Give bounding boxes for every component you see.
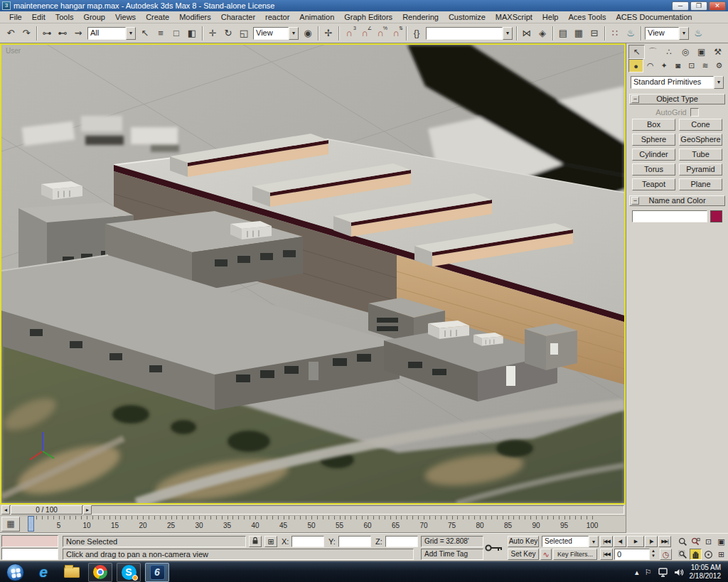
chevron-down-icon[interactable]: ▾ [289,27,299,40]
viewport-user[interactable]: User [0,43,626,505]
select-and-rotate-icon[interactable]: ↻ [220,26,236,41]
chevron-down-icon[interactable]: ▾ [126,27,136,40]
current-frame-field[interactable]: 0 [614,549,650,560]
percent-snap-toggle-icon[interactable]: ∩% [373,26,388,41]
play-button[interactable]: ▶ [627,536,644,547]
category-lights[interactable]: ✦ [658,59,671,72]
key-mode-dropdown[interactable]: Selected ▾ [542,536,599,547]
close-button[interactable]: ✕ [709,1,726,11]
curve-editor-icon[interactable]: ▦ [571,26,587,41]
collapse-icon[interactable]: − [631,95,639,103]
category-systems[interactable]: ⚙ [712,59,726,72]
button-torus[interactable]: Torus [632,163,675,176]
current-frame-indicator[interactable] [28,516,34,532]
select-object-icon[interactable]: ↖ [137,26,153,41]
render-scene-icon[interactable]: ♨ [623,26,638,41]
y-coordinate-field[interactable] [338,536,371,547]
tab-hierarchy[interactable]: ∴ [661,45,678,59]
maxscript-mini-listener-pink[interactable] [1,535,58,547]
tab-motion[interactable]: ◎ [677,45,693,59]
z-coordinate-field[interactable] [385,536,418,547]
named-selection-sets-icon[interactable]: {} [409,26,424,41]
network-icon[interactable] [658,568,668,577]
chevron-down-icon[interactable]: ▾ [589,536,599,547]
menu-character[interactable]: Character [216,12,260,22]
clock[interactable]: 10:05 AM 2/18/2012 [690,564,726,581]
taskbar-skype[interactable]: S [117,563,141,582]
menu-aces-documentation[interactable]: ACES Documentation [611,12,697,22]
menu-maxscript[interactable]: MAXScript [491,12,537,22]
angle-snap-toggle-icon[interactable]: ∩∠ [357,26,373,41]
default-in-out-tangent-button[interactable]: ∿ [540,549,552,560]
select-and-link-icon[interactable]: ⊶ [39,26,55,41]
taskbar-3ds-max[interactable]: 6 [145,563,169,582]
pan-view-button[interactable] [690,549,702,560]
use-pivot-point-center-icon[interactable]: ◉ [300,26,316,41]
maxscript-mini-listener-white[interactable] [1,548,58,560]
button-plane[interactable]: Plane [679,178,722,190]
select-and-manipulate-icon[interactable]: ✢ [321,26,336,41]
taskbar-windows-explorer[interactable] [60,563,84,582]
object-name-input[interactable] [632,210,707,222]
chevron-down-icon[interactable]: ▾ [503,27,513,40]
category-space-warps[interactable]: ≋ [698,59,712,72]
quick-render-icon[interactable]: ♨ [690,26,706,41]
arc-rotate-button[interactable] [702,549,714,560]
bind-to-space-warp-icon[interactable]: ⇝ [70,26,86,41]
category-geometry[interactable]: ● [628,59,643,72]
go-to-end-button[interactable]: ▶▶| [658,536,671,547]
next-frame-arrow[interactable]: ▸ [83,505,92,514]
menu-rendering[interactable]: Rendering [397,12,444,22]
spinner-snap-toggle-icon[interactable]: ∩⇅ [388,26,404,41]
tab-utilities[interactable]: ⚒ [710,45,726,59]
min-max-toggle-button[interactable]: ⊞ [715,549,727,560]
go-to-start-button[interactable]: |◀◀ [600,536,613,547]
menu-edit[interactable]: Edit [27,12,50,22]
unlink-selection-icon[interactable]: ⊷ [55,26,70,41]
set-keys-button[interactable] [485,537,506,559]
category-dropdown[interactable]: Standard Primitives ▾ [631,76,724,89]
menu-graph-editors[interactable]: Graph Editors [339,12,397,22]
menu-group[interactable]: Group [78,12,110,22]
tab-modify[interactable]: ⌒ [645,45,661,59]
volume-icon[interactable] [674,568,684,577]
auto-key-button[interactable]: Auto Key [508,536,539,547]
object-type-rollout-header[interactable]: − Object Type [629,94,725,104]
zoom-extents-all-button[interactable]: ▣ [715,536,727,547]
maximize-button[interactable]: ❐ [690,1,707,11]
chevron-down-icon[interactable]: ▾ [714,76,724,89]
time-configuration-button[interactable]: ◷ [660,549,672,560]
taskbar-chrome[interactable] [88,563,112,582]
previous-frame-arrow[interactable]: ◂ [1,505,10,514]
zoom-all-button[interactable] [690,536,702,547]
menu-tools[interactable]: Tools [50,12,79,22]
key-mode-toggle-button[interactable]: |◀◀ [600,549,613,560]
absolute-offset-toggle[interactable]: ⊞ [264,536,277,547]
action-center-flag-icon[interactable]: ⚐ [645,568,652,577]
select-and-scale-icon[interactable]: ◱ [236,26,252,41]
window-crossing-icon[interactable]: ◧ [184,26,200,41]
viewport-label[interactable]: User [6,47,21,55]
menu-customize[interactable]: Customize [444,12,491,22]
menu-create[interactable]: Create [141,12,174,22]
menu-modifiers[interactable]: Modifiers [174,12,216,22]
schematic-view-icon[interactable]: ⊟ [587,26,602,41]
previous-frame-button[interactable]: ◀| [614,536,626,547]
button-geosphere[interactable]: GeoSphere [679,134,722,146]
region-zoom-button[interactable] [677,549,689,560]
taskbar-internet-explorer[interactable]: e [31,563,55,582]
zoom-button[interactable] [677,536,689,547]
frame-spinner[interactable]: ▲▼ [650,549,657,560]
start-button[interactable] [3,563,27,582]
show-hidden-icons-icon[interactable]: ▴ [635,568,639,577]
chevron-down-icon[interactable]: ▾ [679,27,689,40]
select-and-move-icon[interactable]: ✛ [205,26,220,41]
category-cameras[interactable]: ◙ [671,59,685,72]
menu-animation[interactable]: Animation [294,12,339,22]
key-filters-button[interactable]: Key Filters... [553,549,597,560]
category-shapes[interactable]: ◠ [643,59,657,72]
object-color-swatch[interactable] [710,210,722,222]
category-helpers[interactable]: ⊡ [685,59,698,72]
minimize-button[interactable]: ─ [672,1,689,11]
menu-file[interactable]: File [4,12,27,22]
